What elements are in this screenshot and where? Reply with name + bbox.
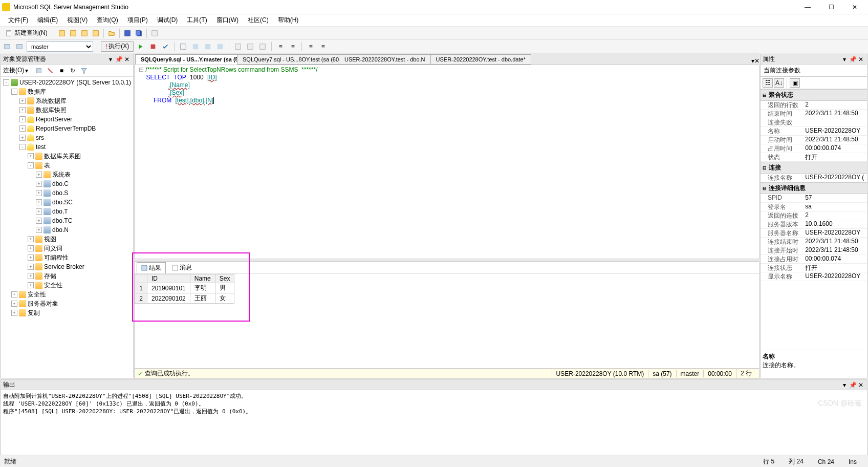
property-row[interactable]: 连接结束时间2022/3/11 21:48:50 (761, 238, 867, 246)
toolbar-icon[interactable] (215, 41, 225, 52)
tree-node[interactable]: +ReportServerTempDB (1, 124, 133, 133)
connect-icon[interactable] (34, 66, 44, 76)
tree-node[interactable]: +Service Broker (1, 262, 133, 271)
toolbar-icon[interactable] (57, 28, 67, 38)
save-all-icon[interactable] (134, 28, 144, 38)
tree-node[interactable]: +系统表 (1, 170, 133, 179)
document-tab[interactable]: USER-20220228OY.test - dbo.date* (430, 54, 531, 65)
dropdown-icon[interactable]: ▾ (840, 381, 849, 389)
property-category[interactable]: ⊟ 连接详细信息 (761, 182, 867, 194)
tree-node[interactable]: +dbo.T (1, 207, 133, 216)
property-row[interactable]: 状态打开 (761, 153, 867, 162)
menu-item[interactable]: 帮助(H) (274, 15, 303, 26)
toolbar-icon[interactable] (79, 28, 90, 38)
close-icon[interactable]: ✕ (123, 55, 131, 63)
open-icon[interactable] (106, 28, 117, 38)
tree-node[interactable]: +ReportServer (1, 115, 133, 124)
property-category[interactable]: ⊟ 连接 (761, 162, 867, 174)
indent-icon[interactable]: ≡ (275, 41, 286, 52)
maximize-button[interactable]: ☐ (820, 2, 842, 13)
tree-node[interactable]: +安全性 (1, 281, 133, 290)
toolbar-icon[interactable] (203, 41, 213, 52)
tree-node[interactable]: +存储 (1, 271, 133, 281)
property-row[interactable]: 结束时间2022/3/11 21:48:50 (761, 110, 867, 118)
execute-button[interactable]: ! 执行(X) (101, 41, 134, 52)
filter-icon[interactable] (79, 66, 89, 76)
tree-node[interactable]: +复制 (1, 308, 133, 317)
menu-item[interactable]: 社区(C) (244, 15, 273, 26)
outdent-icon[interactable]: ≡ (288, 41, 298, 52)
property-row[interactable]: 连接占用时间00:00:00.074 (761, 255, 867, 264)
property-row[interactable]: 登录名sa (761, 203, 867, 211)
tree-node[interactable]: +dbo.N (1, 225, 133, 235)
tree-root[interactable]: - USER-20220228OY (SQL Server 10.0.1) (1, 78, 133, 87)
tree-node[interactable]: +数据库快照 (1, 105, 133, 115)
database-select[interactable]: master (27, 41, 93, 52)
property-row[interactable]: 启动时间2022/3/11 21:48:50 (761, 136, 867, 144)
property-row[interactable]: 显示名称USER-20220228OY (761, 272, 867, 281)
tree-node[interactable]: +可编程性 (1, 253, 133, 262)
disconnect-icon[interactable] (45, 66, 55, 76)
document-tab[interactable]: SQLQuery9.sql - US...Y.master (sa (57)) (135, 54, 237, 65)
menu-item[interactable]: 视图(V) (63, 15, 92, 26)
sql-editor[interactable]: ⊟ /****** Script for SelectTopNRows comm… (134, 65, 760, 259)
property-row[interactable]: 连接名称USER-20220228OY ( (761, 174, 867, 182)
stop-icon[interactable] (148, 41, 158, 52)
property-row[interactable]: 连接开始时间2022/3/11 21:48:50 (761, 246, 867, 255)
tree-node[interactable]: -数据库 (1, 87, 133, 96)
uncomment-icon[interactable]: ≡ (318, 41, 328, 52)
property-row[interactable]: SPID57 (761, 194, 867, 203)
menu-item[interactable]: 项目(P) (123, 15, 152, 26)
output-body[interactable]: 自动附加到计算机"USER-20220228OY"上的进程"[4508] [SQ… (1, 390, 867, 455)
toolbar-icon[interactable] (2, 41, 12, 52)
categorized-icon[interactable]: ☷ (763, 78, 773, 88)
menu-item[interactable]: 窗口(W) (212, 15, 243, 26)
close-icon[interactable]: ✕ (754, 57, 760, 65)
tree-node[interactable]: -test (1, 142, 133, 152)
tab-messages[interactable]: 消息 (168, 262, 196, 273)
save-icon[interactable] (122, 28, 133, 38)
menu-item[interactable]: 编辑(E) (33, 15, 62, 26)
tree-node[interactable]: +安全性 (1, 290, 133, 299)
debug-icon[interactable] (136, 41, 146, 52)
property-category[interactable]: ⊟ 聚合状态 (761, 89, 867, 101)
toolbar-icon[interactable] (91, 28, 101, 38)
tree-node[interactable]: +视图 (1, 235, 133, 244)
dropdown-icon[interactable]: ▾ (106, 55, 115, 63)
dropdown-icon[interactable]: ▾ (840, 55, 849, 63)
property-row[interactable]: 返回的行数2 (761, 101, 867, 110)
property-row[interactable]: 服务器版本10.0.1600 (761, 220, 867, 229)
minimize-button[interactable]: — (796, 2, 819, 13)
menu-item[interactable]: 查询(Q) (93, 15, 122, 26)
tree-node[interactable]: +dbo.S (1, 188, 133, 198)
comment-icon[interactable]: ≡ (306, 41, 316, 52)
new-query-button[interactable]: 新建查询(N) (2, 28, 51, 38)
pin-icon[interactable]: 📌 (849, 55, 857, 63)
tab-results[interactable]: 结果 (137, 262, 166, 273)
menu-item[interactable]: 调试(D) (153, 15, 182, 26)
close-button[interactable]: ✕ (843, 2, 866, 13)
refresh-icon[interactable]: ↻ (68, 66, 78, 76)
toolbar-icon[interactable] (178, 41, 188, 52)
document-tab[interactable]: USER-20220228OY.test - dbo.N (339, 54, 431, 65)
menu-item[interactable]: 文件(F) (4, 15, 32, 26)
property-row[interactable]: 返回的连接行数2 (761, 211, 867, 220)
toolbar-icon[interactable] (190, 41, 201, 52)
toolbar-icon[interactable] (149, 28, 160, 38)
pin-icon[interactable]: 📌 (115, 55, 123, 63)
property-row[interactable]: 占用时间00:00:00.074 (761, 144, 867, 153)
toolbar-icon[interactable] (245, 41, 255, 52)
tree-node[interactable]: +srs (1, 133, 133, 142)
tree-node[interactable]: +服务器对象 (1, 299, 133, 308)
property-row[interactable]: 连接失败 (761, 118, 867, 127)
property-row[interactable]: 连接状态打开 (761, 264, 867, 272)
toolbar-icon[interactable] (233, 41, 243, 52)
toolbar-icon[interactable] (257, 41, 268, 52)
tree-node[interactable]: +数据库关系图 (1, 152, 133, 161)
tree-node[interactable]: +同义词 (1, 244, 133, 253)
parse-icon[interactable] (160, 41, 170, 52)
close-icon[interactable]: ✕ (857, 381, 865, 389)
toolbar-icon[interactable] (68, 28, 78, 38)
pin-icon[interactable]: 📌 (849, 381, 857, 389)
menu-item[interactable]: 工具(T) (183, 15, 211, 26)
